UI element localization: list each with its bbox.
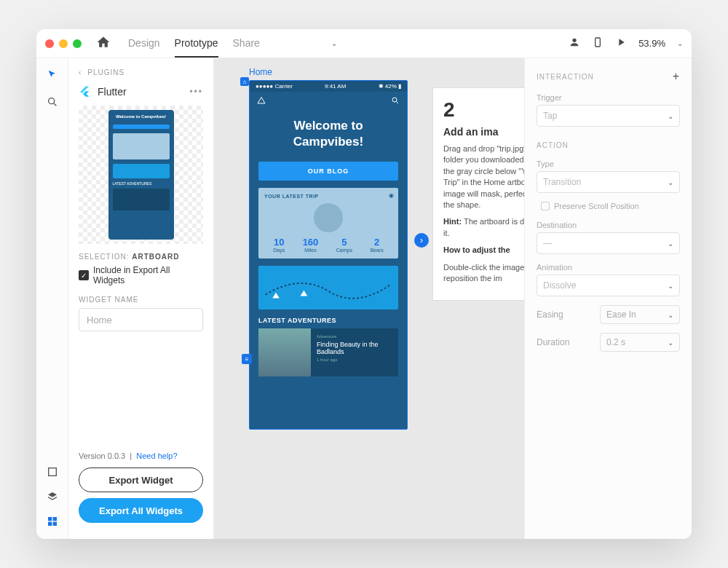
version-text: Version 0.0.3 xyxy=(79,451,125,460)
tool-rail xyxy=(36,58,68,539)
svg-point-0 xyxy=(572,38,576,42)
interaction-panel: INTERACTION + Trigger Tap⌄ ACTION Type T… xyxy=(524,58,692,539)
svg-line-3 xyxy=(54,103,56,106)
svg-line-10 xyxy=(397,102,399,104)
artboard-thumbnail[interactable]: Welcome to Campvibes! LATEST ADVENTURES xyxy=(79,106,203,244)
titlebar: Design Prototype Share ⌄ 53.9% ⌄ xyxy=(36,29,692,58)
libraries-icon[interactable] xyxy=(47,466,58,481)
widget-name-label: WIDGET NAME xyxy=(79,296,203,304)
trigger-label: Trigger xyxy=(537,93,680,102)
search-icon xyxy=(391,96,400,106)
next-artboard-icon[interactable]: › xyxy=(414,233,429,248)
layers-icon[interactable] xyxy=(47,491,58,505)
tab-prototype[interactable]: Prototype xyxy=(175,30,218,58)
select-tool-icon[interactable] xyxy=(47,68,58,83)
zoom-level[interactable]: 53.9% xyxy=(638,38,665,49)
more-icon[interactable]: ••• xyxy=(189,87,203,97)
export-all-widgets-button[interactable]: Export All Widgets xyxy=(79,498,203,523)
svg-point-2 xyxy=(48,98,54,104)
duration-select[interactable]: 0.2 s⌄ xyxy=(600,333,680,352)
animation-label: Animation xyxy=(537,263,680,272)
close-window[interactable] xyxy=(45,39,54,48)
step-body: Drag and drop "trip.jpg" from the folder… xyxy=(443,143,524,210)
back-chevron-icon[interactable]: ‹ xyxy=(79,68,82,76)
trip-card: YOUR LATEST TRIP ◉ 10Days 160Miles 5Camp… xyxy=(258,188,398,259)
home-icon[interactable] xyxy=(96,35,111,52)
step-heading: Add an ima xyxy=(443,126,524,138)
action-header: ACTION xyxy=(537,141,569,149)
svg-rect-7 xyxy=(48,522,52,526)
flutter-logo-icon xyxy=(79,85,92,98)
canvas[interactable]: Home ⌂ ●●●●● Carrier9:41 AM✱ 42% ▮ Welco… xyxy=(214,58,524,539)
adventure-card: Adventure Finding Beauty in the Badlands… xyxy=(258,328,398,376)
type-label: Type xyxy=(537,159,680,168)
tent-icon xyxy=(257,96,266,106)
trigger-select[interactable]: Tap⌄ xyxy=(537,105,680,127)
include-export-checkbox[interactable]: ✓ Include in Export All Widgets xyxy=(79,265,203,285)
easing-select[interactable]: Ease In⌄ xyxy=(600,305,680,324)
animation-select[interactable]: Dissolve⌄ xyxy=(537,275,680,296)
export-widget-button[interactable]: Export Widget xyxy=(79,468,203,492)
interaction-header: INTERACTION xyxy=(537,73,594,81)
checkmark-icon: ✓ xyxy=(79,270,89,280)
svg-rect-5 xyxy=(48,517,52,521)
search-icon[interactable] xyxy=(47,96,58,111)
artboard-home[interactable]: ●●●●● Carrier9:41 AM✱ 42% ▮ Welcome to C… xyxy=(249,80,408,430)
preserve-scroll-checkbox[interactable]: Preserve Scroll Position xyxy=(541,202,680,210)
cloud-user-icon[interactable] xyxy=(569,36,580,51)
home-handle-icon[interactable]: ⌂ xyxy=(240,77,249,86)
duration-label: Duration xyxy=(537,337,569,347)
mode-tabs: Design Prototype Share xyxy=(128,30,260,58)
tutorial-card: 2 Add an ima Drag and drop "trip.jpg" fr… xyxy=(432,87,524,301)
minimize-window[interactable] xyxy=(59,39,68,48)
reorder-handle-icon[interactable]: ≡ xyxy=(242,354,252,364)
plugins-icon[interactable] xyxy=(47,516,58,530)
adventures-header: LATEST ADVENTURES xyxy=(258,317,398,324)
status-bar: ●●●●● Carrier9:41 AM✱ 42% ▮ xyxy=(250,81,407,92)
hero-text: Welcome to Campvibes! xyxy=(250,111,407,162)
chevron-down-icon[interactable]: ⌄ xyxy=(331,39,337,47)
svg-rect-1 xyxy=(596,38,601,47)
app-window: Design Prototype Share ⌄ 53.9% ⌄ ‹ xyxy=(36,29,692,539)
window-controls xyxy=(45,39,82,48)
destination-select[interactable]: —⌄ xyxy=(537,232,680,254)
selection-label: SELECTION: xyxy=(79,253,129,261)
panel-title: PLUGINS xyxy=(87,68,124,76)
blog-button: OUR BLOG xyxy=(258,162,398,181)
svg-rect-6 xyxy=(52,517,56,521)
destination-label: Destination xyxy=(537,221,680,229)
svg-point-9 xyxy=(392,98,397,102)
help-link[interactable]: Need help? xyxy=(136,451,177,460)
svg-rect-4 xyxy=(48,468,56,476)
add-interaction-icon[interactable]: + xyxy=(673,70,680,83)
easing-label: Easing xyxy=(537,309,563,320)
widget-name-input[interactable] xyxy=(79,308,203,331)
tab-share[interactable]: Share xyxy=(233,30,260,58)
plugin-panel: ‹ PLUGINS Flutter ••• Welcome to Campvib… xyxy=(68,58,214,539)
maximize-window[interactable] xyxy=(73,39,82,48)
selection-value: ARTBOARD xyxy=(132,253,179,261)
play-icon[interactable] xyxy=(615,36,627,51)
plugin-name: Flutter xyxy=(98,86,127,98)
zoom-chevron-icon[interactable]: ⌄ xyxy=(677,39,683,47)
map-card xyxy=(258,266,398,309)
type-select[interactable]: Transition⌄ xyxy=(537,171,680,193)
device-preview-icon[interactable] xyxy=(592,36,604,51)
svg-rect-8 xyxy=(52,522,56,526)
tab-design[interactable]: Design xyxy=(128,30,160,58)
step-number: 2 xyxy=(443,98,524,122)
artboard-name[interactable]: Home xyxy=(249,67,272,77)
